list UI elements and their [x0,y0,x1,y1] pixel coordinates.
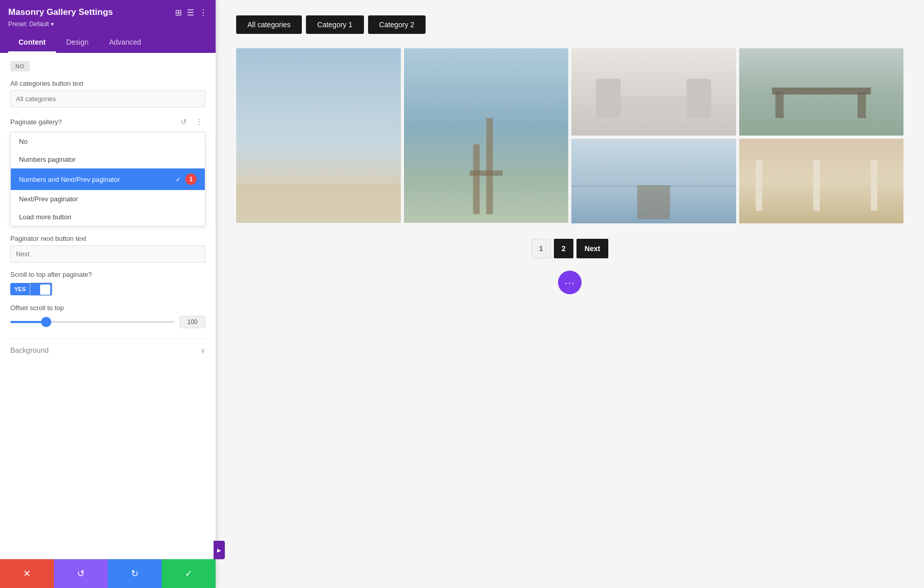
page-2-button[interactable]: 2 [554,239,573,258]
paginate-more-icon[interactable]: ⋮ [193,116,205,128]
panel-title-icons: ⊞ ☰ ⋮ [175,8,207,17]
category-1-button[interactable]: Category 1 [306,15,363,34]
tab-content[interactable]: Content [8,33,56,53]
gallery-image-2 [404,48,569,223]
gallery-image-3 [571,48,736,136]
slider-value: 100 [180,316,205,328]
gallery-col-2 [404,48,569,223]
background-title: Background [10,346,49,354]
save-button[interactable]: ✓ [162,559,216,588]
category-2-button[interactable]: Category 2 [368,15,426,34]
offset-slider[interactable] [10,321,175,323]
svg-rect-10 [686,79,711,119]
svg-rect-3 [473,144,479,214]
panel-title-row: Masonry Gallery Settings ⊞ ☰ ⋮ [8,7,207,17]
paginate-row: Paginate gallery? ↺ ⋮ [10,116,205,128]
svg-rect-4 [486,118,493,214]
panel-body: NO All categories button text Paginate g… [0,53,216,559]
gallery-image-5 [739,48,904,136]
main-area: All categories Category 1 Category 2 [216,0,924,588]
redo-button[interactable]: ↻ [108,559,162,588]
toggle-switch[interactable] [30,282,52,296]
panel-tabs: Content Design Advanced [8,33,207,53]
next-button-label: Paginator next button text [10,235,205,242]
gallery-image-4 [571,139,736,223]
paginate-reset-icon[interactable]: ↺ [178,116,190,128]
page-1-button[interactable]: 1 [531,239,551,258]
dropdown-option-load-more[interactable]: Load more button [11,208,205,226]
svg-rect-9 [596,79,621,119]
background-header[interactable]: Background ∨ [10,346,205,354]
yes-label: YES [10,283,30,295]
pagination-wrapper: 1 2 Next ··· [236,239,903,294]
dropdown-option-numbers[interactable]: Numbers paginator [11,150,205,168]
tab-advanced[interactable]: Advanced [99,33,151,53]
background-chevron-icon: ∨ [200,346,205,354]
gallery-col-4 [739,48,904,223]
scroll-top-toggle[interactable]: YES [10,282,52,296]
save-icon: ✓ [185,568,192,579]
dots-icon: ··· [565,277,575,289]
slider-thumb[interactable] [41,317,51,327]
all-categories-label: All categories button text [10,80,205,87]
slider-row: 100 [10,316,205,328]
gallery-image-1 [236,48,401,223]
gallery-grid [236,48,903,223]
svg-rect-16 [775,92,783,118]
gallery-col-3 [571,48,736,223]
background-section: Background ∨ [10,338,205,362]
no-toggle-row: NO [10,61,205,71]
more-icon[interactable]: ⋮ [199,8,207,17]
pagination-bar: 1 2 Next [236,239,903,258]
dots-menu-button[interactable]: ··· [558,271,582,294]
redo-icon: ↻ [131,568,139,579]
no-toggle-button[interactable]: NO [10,61,30,71]
svg-rect-20 [813,160,820,211]
dropdown-option-numbers-next-prev[interactable]: Numbers and Next/Prev paginator ✓ 1 [11,168,205,190]
tab-design[interactable]: Design [56,33,99,53]
category-bar: All categories Category 1 Category 2 [236,15,903,34]
next-input[interactable] [10,245,205,262]
selection-badge: 1 [185,174,197,185]
scroll-top-label: Scroll to top after paginate? [10,271,205,278]
cancel-icon: ✕ [23,568,31,579]
svg-rect-17 [857,92,865,118]
settings-panel: Masonry Gallery Settings ⊞ ☰ ⋮ Preset: D… [0,0,216,588]
expand-panel-button[interactable]: ▶ [214,541,225,559]
gallery-col-1 [236,48,401,223]
category-all-button[interactable]: All categories [236,15,302,34]
cancel-button[interactable]: ✕ [0,559,54,588]
panel-header: Masonry Gallery Settings ⊞ ☰ ⋮ Preset: D… [0,0,216,53]
checkmark-icon: ✓ [176,176,181,183]
svg-rect-18 [739,139,904,223]
svg-rect-15 [772,88,871,95]
svg-rect-13 [637,185,670,219]
svg-rect-7 [571,48,736,136]
svg-rect-21 [871,160,877,211]
reset-icon: ↺ [77,568,85,579]
resize-icon[interactable]: ⊞ [175,8,182,17]
svg-rect-19 [756,160,762,211]
dropdown-option-next-prev[interactable]: Next/Prev paginator [11,190,205,208]
paginate-label: Paginate gallery? [10,118,174,126]
reset-button[interactable]: ↺ [54,559,108,588]
svg-rect-5 [470,170,503,176]
dropdown-option-no[interactable]: No [11,132,205,150]
paginate-dropdown: No Numbers paginator Numbers and Next/Pr… [10,132,205,226]
paginate-icons: ↺ ⋮ [178,116,205,128]
gallery-image-6 [739,139,904,223]
svg-rect-1 [236,184,401,223]
all-categories-input[interactable] [10,90,205,107]
offset-label: Offset scroll to top [10,304,205,312]
panel-footer: ✕ ↺ ↻ ✓ [0,559,216,588]
panel-title: Masonry Gallery Settings [8,7,113,17]
next-page-button[interactable]: Next [576,239,608,258]
columns-icon[interactable]: ☰ [187,8,194,17]
panel-preset[interactable]: Preset: Default [8,21,207,28]
